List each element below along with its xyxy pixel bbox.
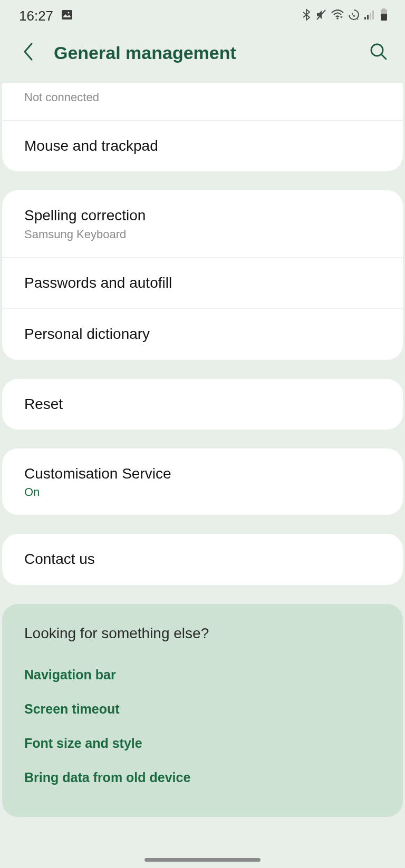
suggestion-link-font-size-style[interactable]: Font size and style xyxy=(24,726,381,760)
svg-rect-6 xyxy=(367,15,369,19)
card-group-2: Spelling correction Samsung Keyboard Pas… xyxy=(2,190,403,359)
svg-rect-8 xyxy=(372,11,374,19)
list-item-contact-us[interactable]: Contact us xyxy=(2,534,403,584)
list-item-personal-dictionary[interactable]: Personal dictionary xyxy=(2,309,403,359)
picture-icon xyxy=(61,8,73,23)
bluetooth-icon xyxy=(302,9,311,23)
svg-rect-11 xyxy=(381,14,387,21)
battery-icon xyxy=(380,8,388,23)
svg-point-12 xyxy=(371,44,383,56)
list-item-reset[interactable]: Reset xyxy=(2,379,403,430)
suggestion-link-screen-timeout[interactable]: Screen timeout xyxy=(24,692,381,726)
row-subtitle: On xyxy=(24,485,381,499)
suggestion-link-bring-data[interactable]: Bring data from old device xyxy=(24,760,381,795)
row-subtitle: Samsung Keyboard xyxy=(24,228,381,241)
suggestion-title: Looking for something else? xyxy=(24,625,381,642)
svg-rect-0 xyxy=(62,10,72,19)
row-subtitle: Not connected xyxy=(24,91,381,104)
status-left: 16:27 xyxy=(19,8,73,24)
card-group-1: Not connected Mouse and trackpad xyxy=(2,83,403,171)
list-item-spelling-correction[interactable]: Spelling correction Samsung Keyboard xyxy=(2,190,403,257)
card-group-5: Contact us xyxy=(2,534,403,584)
list-item-customisation-service[interactable]: Customisation Service On xyxy=(2,448,403,515)
svg-rect-7 xyxy=(370,13,371,19)
header: General management xyxy=(0,32,405,83)
row-title: Passwords and autofill xyxy=(24,274,381,292)
suggestion-link-navigation-bar[interactable]: Navigation bar xyxy=(24,658,381,692)
row-title: Reset xyxy=(24,395,381,414)
wifi-icon xyxy=(331,9,344,22)
call-icon: 1 xyxy=(348,9,360,23)
status-right: 1 xyxy=(302,8,388,23)
nav-handle[interactable] xyxy=(144,858,261,862)
mute-icon xyxy=(315,9,327,23)
card-group-4: Customisation Service On xyxy=(2,448,403,515)
signal-icon xyxy=(364,9,375,22)
suggestion-card: Looking for something else? Navigation b… xyxy=(2,604,403,817)
svg-point-3 xyxy=(336,17,339,19)
list-item-mouse-trackpad[interactable]: Mouse and trackpad xyxy=(2,121,403,171)
svg-rect-5 xyxy=(364,17,366,19)
row-title: Spelling correction xyxy=(24,206,381,225)
svg-point-1 xyxy=(68,12,69,13)
row-title: Personal dictionary xyxy=(24,325,381,344)
search-icon[interactable] xyxy=(369,42,388,63)
row-title: Mouse and trackpad xyxy=(24,136,381,155)
back-icon[interactable] xyxy=(22,42,34,63)
list-item[interactable]: Not connected xyxy=(2,83,403,121)
list-item-passwords-autofill[interactable]: Passwords and autofill xyxy=(2,258,403,309)
status-time: 16:27 xyxy=(19,8,53,24)
page-title: General management xyxy=(54,43,349,63)
card-group-3: Reset xyxy=(2,379,403,430)
svg-line-13 xyxy=(382,55,386,59)
row-title: Contact us xyxy=(24,550,381,569)
row-title: Customisation Service xyxy=(24,464,381,483)
status-bar: 16:27 xyxy=(0,0,405,32)
svg-text:1: 1 xyxy=(356,16,359,21)
